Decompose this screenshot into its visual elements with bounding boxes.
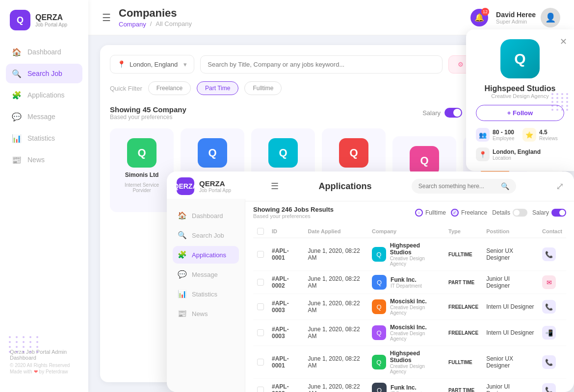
detail-company-logo: Q <box>500 39 540 78</box>
company-logo-1: Q <box>198 138 227 168</box>
detail-stats: 👥 80 - 100 Employee ⭐ 4.5 Reviews <box>476 128 564 142</box>
salary-toggle[interactable] <box>551 209 566 217</box>
company-mini-logo: Q <box>372 275 387 290</box>
table-row: #APL-0003 June 1, 2020, 08:22 AM Q Mosci… <box>253 294 566 320</box>
table-row: #APL-0003 June 1, 2020, 08:22 AM Q Mosci… <box>253 320 566 346</box>
position: Intern UI Designer <box>482 320 538 346</box>
sidebar-item-search-job[interactable]: 🔍 Search Job <box>6 64 82 83</box>
quick-filter-label: Quick Filter <box>110 85 142 92</box>
company-mini-type: Creative Design Agency <box>390 305 441 316</box>
apps-topbar: QERZA QERZA Job Portal App ☰ Application… <box>167 172 574 201</box>
apps-nav-label: News <box>192 310 208 318</box>
company-mini-type: Creative Design Agency <box>390 256 441 267</box>
date-applied: June 1, 2020, 08:22 AM <box>304 346 368 379</box>
filter-chip-fulltime[interactable]: Fulltime <box>244 81 282 95</box>
company-mini-name: Funk Inc. <box>391 276 422 283</box>
company-mini-name: Highspeed Studios <box>390 242 441 256</box>
contact-icon-phone[interactable]: 📞 <box>542 300 556 314</box>
rating-value: 4.5 <box>539 129 558 136</box>
employee-label: Employee <box>493 136 514 141</box>
apps-nav-news[interactable]: 📰 News <box>173 305 239 322</box>
company-mini-name: Mosciski Inc. <box>390 298 441 305</box>
contact-icon-viber[interactable]: 📲 <box>542 326 556 340</box>
employee-icon: 👥 <box>476 128 490 142</box>
showing-sub: Based your preferences <box>110 114 186 121</box>
apps-nav-statistics[interactable]: 📊 Statistics <box>173 285 239 303</box>
user-role: Super Admin <box>496 19 536 24</box>
row-checkbox[interactable] <box>257 329 264 336</box>
salary-label: Salary <box>422 109 441 117</box>
type-badge: FULLTIME <box>448 359 472 366</box>
apps-hamburger-icon[interactable]: ☰ <box>271 181 279 192</box>
rating-stat: ⭐ 4.5 Reviews <box>522 128 564 142</box>
row-checkbox[interactable] <box>257 279 264 286</box>
apps-nav-dashboard[interactable]: 🏠 Dashboard <box>173 207 239 224</box>
select-all-checkbox[interactable] <box>257 228 264 235</box>
filter-chip-parttime[interactable]: Part Time <box>197 81 238 95</box>
sidebar-item-label: Search Job <box>27 70 62 77</box>
home-icon: 🏠 <box>178 211 187 220</box>
position: Junior UI Designer <box>482 271 538 294</box>
details-toggle[interactable] <box>513 209 527 217</box>
sidebar-item-statistics[interactable]: 📊 Statistics <box>6 128 82 148</box>
details-filter: Details <box>492 209 527 217</box>
app-tagline: Job Portal App <box>35 22 67 27</box>
sidebar-logo: Q QERZA Job Portal App <box>0 10 88 42</box>
col-company: Company <box>368 225 444 238</box>
apps-showing-count: Showing 246 Jobs Results <box>253 206 334 213</box>
sidebar-item-news[interactable]: 📰 News <box>6 150 82 170</box>
footer-copyright: © 2020 All Rights Reserved <box>10 363 78 368</box>
date-applied: June 1, 2020, 08:22 AM <box>304 294 368 320</box>
type-badge: PART TIME <box>448 387 474 392</box>
close-button[interactable]: ✕ <box>560 36 567 47</box>
puzzle-icon: 🧩 <box>12 90 22 100</box>
filter-chip-freelance[interactable]: Freelance <box>148 81 191 95</box>
sidebar-item-applications[interactable]: 🧩 Applications <box>6 85 82 105</box>
apps-expand-icon[interactable]: ⤢ <box>556 180 564 192</box>
sidebar-item-dashboard[interactable]: 🏠 Dashboard <box>6 42 82 62</box>
type-badge: PART TIME <box>448 279 474 286</box>
salary-toggle-switch[interactable] <box>444 108 462 118</box>
row-checkbox[interactable] <box>257 251 264 258</box>
contact-icon-email[interactable]: ✉ <box>542 275 556 289</box>
contact-icon-phone[interactable]: 📞 <box>542 383 556 392</box>
sidebar-item-message[interactable]: 💬 Message <box>6 107 82 126</box>
apps-logo-icon: QERZA <box>177 177 194 195</box>
row-checkbox[interactable] <box>257 303 264 310</box>
row-checkbox[interactable] <box>257 359 264 366</box>
apps-nav-message[interactable]: 💬 Message <box>173 266 239 283</box>
apps-search-icon: 🔍 <box>501 182 509 190</box>
date-applied: June 1, 2020, 08:22 AM <box>304 238 368 271</box>
col-date: Date Applied <box>304 225 368 238</box>
type-badge: FREELANCE <box>448 303 478 311</box>
location-select[interactable]: 📍 London, England ▾ <box>110 55 194 74</box>
company-cell: Q Mosciski Inc. Creative Design Agency <box>372 298 441 316</box>
apps-nav-label: Search Job <box>192 232 224 239</box>
filter-icon: ⚙ <box>458 61 464 68</box>
date-applied: June 1, 2020, 08:22 AM <box>304 271 368 294</box>
follow-button[interactable]: + Follow <box>476 105 564 121</box>
hamburger-menu[interactable]: ☰ <box>102 12 111 24</box>
apps-nav-search[interactable]: 🔍 Search Job <box>173 226 239 244</box>
apps-search-bar: 🔍 <box>412 179 516 194</box>
company-card-0[interactable]: Q Simonis Ltd Internet Service Porvider <box>110 128 174 212</box>
location-label: Location <box>493 155 541 161</box>
applications-panel: QERZA QERZA Job Portal App ☰ Application… <box>167 172 574 392</box>
app-id: #APL-0002 <box>272 275 289 289</box>
freelance-label: Freelance <box>461 209 487 216</box>
notification-bell[interactable]: 🔔 12 <box>470 9 488 26</box>
type-badge: FULLTIME <box>448 251 472 258</box>
col-type: Type <box>444 225 482 238</box>
contact-icon-phone[interactable]: 📞 <box>542 247 556 261</box>
company-cell: Q Highspeed Studios Creative Design Agen… <box>372 242 441 267</box>
apps-search-input[interactable] <box>418 183 497 190</box>
table-row: #APL-0002 June 1, 2020, 08:22 AM Q Funk … <box>253 271 566 294</box>
contact-icon-phone[interactable]: 📞 <box>542 355 556 369</box>
col-position: Postition <box>482 225 538 238</box>
freelance-check: ✓ <box>451 209 459 217</box>
page-title: Companies <box>119 7 192 20</box>
search-input[interactable] <box>208 61 435 68</box>
detail-dot-decoration <box>551 93 569 111</box>
row-checkbox[interactable] <box>257 387 264 392</box>
apps-nav-applications[interactable]: 🧩 Applications <box>173 246 239 264</box>
